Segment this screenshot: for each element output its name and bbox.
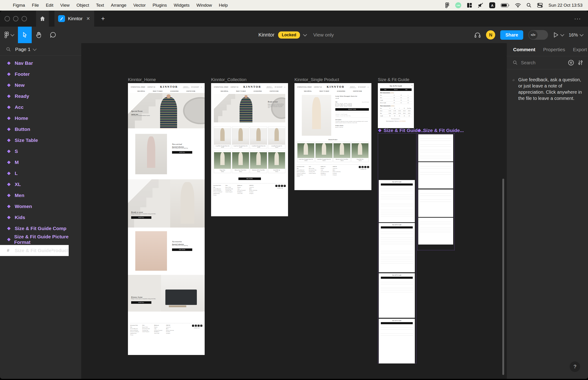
menu-item[interactable]: Plugins [153,3,167,8]
menu-item[interactable]: Edit [46,3,53,8]
file-tab[interactable]: Kinntor ✕ [55,11,94,27]
frame-label-single-product[interactable]: Kinntor_Single Product [294,77,339,82]
layer-item[interactable]: ❖ Home [0,113,81,124]
figma-status-icon[interactable] [445,2,450,8]
selected-frame-label-right[interactable]: ❖Size & Fit Guide... [417,128,464,133]
locked-badge[interactable]: Locked [278,31,300,38]
menu-item[interactable]: Window [196,3,212,8]
present-button[interactable] [553,27,564,43]
menu-item[interactable]: Text [96,3,104,8]
layer-label: Size & Fit Guide Picture Format [14,234,81,245]
page-selector[interactable]: Page 1 [0,43,81,56]
layer-item[interactable]: ❖ S [0,146,81,157]
layer-type-icon: ❖ [7,105,15,110]
frame-kinntor-collection[interactable]: INTERNATIONAL ORDERCONTACT US KINNTOR SE… [211,83,288,216]
menu-item[interactable]: View [60,3,70,8]
menu-item[interactable]: Help [219,3,228,8]
frame-label-home[interactable]: Kinntor_Home [128,77,156,82]
product-card: Lucky Green Pineapple Shorts Set 5950 ฿ [297,142,314,162]
window-more-icon[interactable]: ··· [574,15,581,22]
size-table-thumb[interactable] [418,190,453,217]
layer-item[interactable]: ❖ Size & Fit Guide Picture Format [0,234,81,245]
zoom-window-button[interactable] [21,16,27,21]
size-table-thumb[interactable] [418,218,453,245]
product-name: Daisy Ruffle Top [352,158,368,160]
filter-icon[interactable] [568,59,574,66]
menu-clock[interactable]: Sun 22 Oct 13:53 [549,3,583,8]
layer-item[interactable]: ❖ L [0,168,81,179]
size-table-thumb[interactable] [418,134,453,161]
layer-item[interactable]: ❖ XL [0,179,81,190]
menu-item[interactable]: Figma [13,3,25,8]
comment-tool-button[interactable] [46,27,60,43]
collection-hero-text: A key colour for this Pre-Autumn 2021 fo… [268,104,284,108]
size-guide-thumb[interactable]: Size & Fit Guide [379,180,415,222]
hand-tool-button[interactable] [32,27,46,43]
line-icon[interactable]: LINE [455,2,461,8]
zoom-menu[interactable]: 16% [569,27,583,43]
layer-item[interactable]: # Size & Fit Guide [0,245,51,256]
tiling-icon[interactable] [467,2,472,8]
layer-item[interactable]: ❖ Men [0,190,81,201]
file-name[interactable]: Kinntor [258,32,274,38]
size-guide-thumb[interactable]: Size & Fit Guide [379,273,415,318]
layer-item[interactable]: ❖ Acc [0,102,81,113]
frame-kinntor-home[interactable]: INTERNATIONAL ORDERCONTACT US KINNTOR SE… [128,83,205,355]
layer-item[interactable]: ❖ Nav Bar [0,58,81,69]
canvas-scrollbar[interactable] [502,179,504,375]
help-button[interactable]: ? [570,361,580,372]
battery-icon[interactable] [501,2,510,8]
frame-label-size-guide[interactable]: Size & Fit Guide [378,77,409,82]
input-source-icon[interactable]: A [489,2,495,8]
macos-menu-bar: FigmaFileEditViewObjectTextArrangeVector… [0,0,588,11]
menu-item[interactable]: File [32,3,39,8]
layer-item[interactable]: ❖ Ready [0,91,81,102]
product-card: Mimosa Top in Pastel Green 4380 ฿ [232,151,249,173]
size-guide-thumb[interactable]: Size & Fit Guide [379,223,415,272]
layer-item[interactable]: ❖ Size Table [0,135,81,146]
file-menu-chevron-icon[interactable] [303,32,307,36]
frame-size-fit-guide[interactable]: Size & Fit Guide ✕ MenWomenKids Shirt me… [378,83,414,128]
close-window-button[interactable] [5,16,10,21]
mute-icon[interactable] [478,2,484,8]
frame-label-collection[interactable]: Kinntor_Collection [211,77,246,82]
layer-label: New [15,82,25,88]
layer-item[interactable]: ❖ Kids [0,212,81,223]
layer-item[interactable]: ❖ Button [0,124,81,135]
new-tab-button[interactable]: + [101,15,105,22]
control-center-icon[interactable] [537,2,543,8]
layer-type-icon: ❖ [7,149,15,154]
avatar[interactable]: N [486,30,495,39]
comment-search[interactable]: Search [507,56,588,69]
main-menu-button[interactable] [0,27,18,43]
product-image [268,152,285,169]
size-guide-thumb[interactable]: Size & Fit Guide [379,319,415,363]
layer-item[interactable]: ❖ Footer [0,69,81,80]
spotlight-icon[interactable] [527,2,531,8]
frame-kinntor-single-product[interactable]: INTERNATIONAL ORDERCONTACT US KINNTOR SE… [294,83,372,190]
tab-comment[interactable]: Comment [513,47,535,52]
move-tool-button[interactable] [18,27,32,43]
menu-item[interactable]: Vector [133,3,146,8]
sort-sliders-icon[interactable] [577,59,583,66]
tab-properties[interactable]: Properties [543,47,565,52]
product-name: Anemone with Fur Pastel Blue [333,158,350,160]
audio-headphones-icon[interactable] [474,27,481,43]
layer-item[interactable]: ❖ Size & Fit Guide Comp [0,223,81,234]
wifi-icon[interactable] [515,2,521,8]
size-table-thumb[interactable] [418,162,453,189]
layer-item[interactable]: ❖ M [0,157,81,168]
layer-item[interactable]: ❖ New [0,80,81,91]
tab-export[interactable]: Export [573,47,587,52]
accessories-title: Accessories [172,240,200,243]
menu-item[interactable]: Arrange [111,3,127,8]
menu-item[interactable]: Widgets [174,3,190,8]
menu-item[interactable]: Object [77,3,89,8]
close-tab-icon[interactable]: ✕ [86,16,90,21]
canvas[interactable]: Kinntor_Home Kinntor_Collection Kinntor_… [81,43,507,379]
dev-mode-toggle[interactable]: </> [528,30,548,40]
home-tab-button[interactable] [36,11,49,27]
layer-item[interactable]: ❖ Women [0,201,81,212]
minimize-window-button[interactable] [13,16,18,21]
share-button[interactable]: Share [500,30,523,40]
